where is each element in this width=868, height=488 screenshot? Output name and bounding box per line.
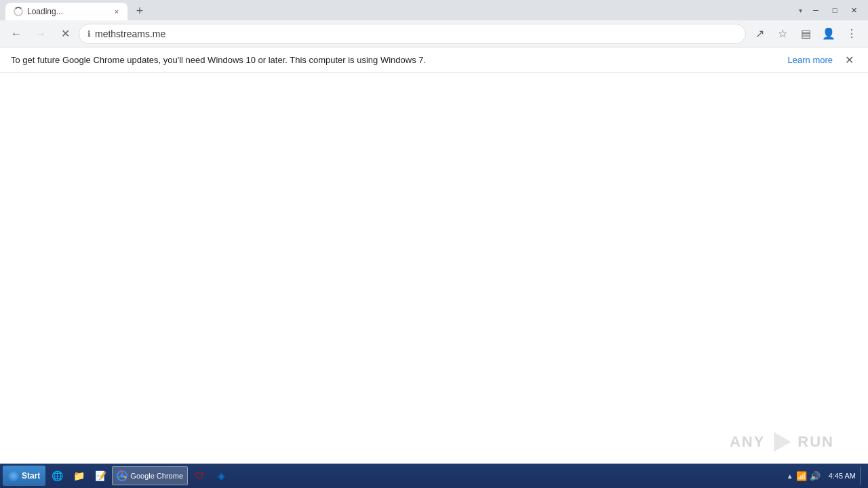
taskbar-chrome[interactable]: Google Chrome xyxy=(112,466,188,485)
learn-more-link[interactable]: Learn more xyxy=(788,55,833,65)
svg-point-2 xyxy=(120,474,124,478)
toolbar-right: ↗ ☆ ▤ 👤 ⋮ xyxy=(749,23,863,45)
active-tab[interactable]: Loading... × xyxy=(5,3,127,20)
chrome-label: Google Chrome xyxy=(130,472,183,480)
bookmark-button[interactable]: ☆ xyxy=(772,23,793,45)
show-hidden-icons-button[interactable]: ▲ xyxy=(787,472,793,480)
tab-dropdown-button[interactable]: ▾ xyxy=(793,3,807,17)
forward-button[interactable]: → xyxy=(30,23,52,45)
taskbar-avira[interactable]: 🛡 xyxy=(189,466,210,485)
tab-title: Loading... xyxy=(27,7,107,16)
new-tab-button[interactable]: + xyxy=(130,1,149,20)
start-orb-icon xyxy=(8,470,19,481)
edge-icon: ◈ xyxy=(216,470,226,481)
tray-network-icon[interactable]: 📶 xyxy=(796,471,807,481)
taskbar: Start 🌐 📁 📝 Google Chrome 🛡 ◈ ▲ 📶 🔊 xyxy=(0,464,868,488)
page-content xyxy=(0,73,868,464)
notepad-icon: 📝 xyxy=(95,470,106,481)
menu-button[interactable]: ⋮ xyxy=(841,23,863,45)
system-clock[interactable]: 4:45 AM xyxy=(826,472,859,480)
show-desktop-button[interactable] xyxy=(860,466,865,485)
minimize-button[interactable]: ─ xyxy=(807,3,825,17)
taskbar-ie[interactable]: 🌐 xyxy=(47,466,67,485)
taskbar-notepad[interactable]: 📝 xyxy=(90,466,111,485)
tab-close-button[interactable]: × xyxy=(111,6,122,17)
tab-favicon xyxy=(14,7,23,16)
clock-time: 4:45 AM xyxy=(829,472,856,480)
taskbar-edge[interactable]: ◈ xyxy=(211,466,231,485)
info-bar-message: To get future Google Chrome updates, you… xyxy=(11,55,788,65)
start-label: Start xyxy=(22,471,40,481)
svg-line-5 xyxy=(118,476,121,479)
window-controls: ─ □ ✕ xyxy=(807,3,863,17)
system-tray: ▲ 📶 🔊 xyxy=(783,471,825,481)
explorer-icon: 📁 xyxy=(73,470,84,481)
tray-volume-icon[interactable]: 🔊 xyxy=(810,471,821,481)
taskbar-explorer[interactable]: 📁 xyxy=(68,466,89,485)
close-button[interactable]: ✕ xyxy=(845,3,863,17)
start-button[interactable]: Start xyxy=(3,466,45,486)
profile-button[interactable]: 👤 xyxy=(818,23,840,45)
omnibox-url: methstreams.me xyxy=(95,28,737,39)
share-button[interactable]: ↗ xyxy=(749,23,770,45)
omnibox-info-icon: ℹ xyxy=(87,29,91,39)
ie-icon: 🌐 xyxy=(52,470,62,481)
svg-line-4 xyxy=(124,476,127,479)
tabs-area: Loading... × + xyxy=(5,0,793,20)
toolbar: ← → ✕ ℹ methstreams.me ↗ ☆ ▤ 👤 ⋮ xyxy=(0,20,868,47)
info-bar-close-button[interactable]: ✕ xyxy=(841,52,857,68)
reading-mode-button[interactable]: ▤ xyxy=(795,23,816,45)
omnibox[interactable]: ℹ methstreams.me xyxy=(79,24,746,44)
back-button[interactable]: ← xyxy=(5,23,27,45)
info-bar: To get future Google Chrome updates, you… xyxy=(0,47,868,73)
chrome-icon xyxy=(117,470,127,481)
loading-spinner xyxy=(14,7,23,16)
avira-icon: 🛡 xyxy=(194,470,205,481)
reload-stop-button[interactable]: ✕ xyxy=(54,23,76,45)
maximize-button[interactable]: □ xyxy=(826,3,844,17)
title-bar: Loading... × + ▾ ─ □ ✕ xyxy=(0,0,868,20)
